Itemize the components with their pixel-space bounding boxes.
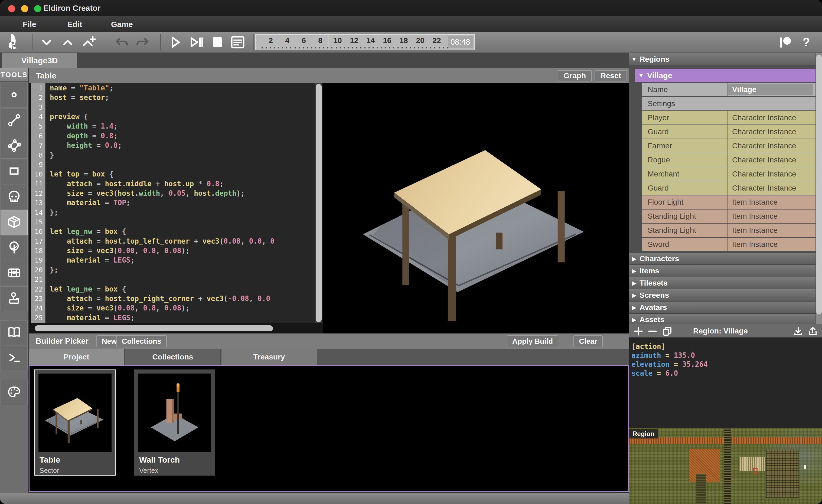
region-row-player[interactable]: PlayerCharacter Instance (642, 111, 816, 124)
collection-card-wall-torch[interactable]: Wall TorchVertex (134, 370, 215, 476)
code-token: . (181, 180, 185, 188)
minimize-window-button[interactable] (21, 5, 28, 12)
menu-item-edit[interactable]: Edit (64, 19, 86, 29)
book-tool-button[interactable] (1, 321, 28, 345)
step-icon[interactable] (187, 34, 205, 51)
patreon-icon[interactable] (777, 34, 794, 51)
apply-build-button[interactable]: Apply Build (507, 335, 558, 347)
code-token: + (190, 237, 202, 245)
expand-add-icon[interactable] (80, 34, 97, 51)
menu-item-file[interactable]: File (19, 19, 40, 29)
add-icon[interactable] (633, 325, 645, 337)
section-screens[interactable]: ▶Screens (629, 289, 816, 302)
expand-icon[interactable] (59, 34, 76, 51)
tab-treasury[interactable]: Treasury (222, 349, 317, 365)
section-label: Tilesets (640, 279, 668, 288)
code-token: width (67, 122, 88, 130)
region-action-editor[interactable]: [action]azimuth = 135.0elevation = 35.26… (629, 338, 822, 428)
code-line (46, 275, 315, 284)
stamp-tool-button[interactable] (1, 287, 28, 311)
code-token: let (50, 227, 67, 235)
code-line: size = vec3(host.width, 0.05, host.depth… (46, 189, 315, 198)
terminal-tool-button[interactable] (1, 346, 28, 371)
table-3d-render (323, 83, 629, 334)
chest-tool-button[interactable] (1, 261, 28, 286)
code-token: vec3 (96, 189, 113, 197)
section-tilesets[interactable]: ▶Tilesets (629, 277, 816, 290)
region-row-settings[interactable]: Settings (642, 97, 816, 110)
collections-button[interactable]: Collections (116, 335, 167, 347)
maximize-window-button[interactable] (34, 5, 41, 12)
chest-tool-icon (6, 265, 22, 282)
region-row-rogue[interactable]: RogueCharacter Instance (642, 153, 816, 167)
tree-tool-button[interactable] (1, 235, 28, 261)
undo-icon[interactable] (113, 34, 130, 51)
polygon-tool-button[interactable] (1, 134, 28, 159)
collection-card-table[interactable]: TableSector (34, 370, 116, 476)
menu-item-game[interactable]: Game (107, 19, 137, 29)
row-label: Guard (642, 181, 728, 195)
clear-button[interactable]: Clear (573, 335, 603, 347)
region-row-guard[interactable]: GuardCharacter Instance (642, 181, 816, 195)
code-token (50, 141, 67, 149)
region-row-name[interactable]: NameVillage (642, 83, 816, 96)
region-name-input[interactable]: Village (728, 84, 813, 95)
vertex-tool-button[interactable] (1, 83, 28, 108)
section-items[interactable]: ▶Items (629, 265, 816, 278)
tab-project[interactable]: Project (29, 349, 124, 365)
line-number: 8 (31, 150, 45, 160)
region-row-standing-light[interactable]: Standing LightItem Instance (642, 209, 816, 223)
code-token: size (67, 304, 84, 312)
region-row-sword[interactable]: SwordItem Instance (642, 237, 816, 251)
graph-button[interactable]: Graph (558, 70, 592, 81)
code-token (50, 132, 67, 140)
ruler-number: 12 (350, 36, 358, 45)
horizontal-scrollbar[interactable] (31, 324, 322, 333)
code-token: 0.08 (164, 304, 181, 312)
line-number: 17 (31, 236, 45, 246)
line-tool-button[interactable] (1, 108, 28, 133)
reset-button[interactable]: Reset (594, 70, 627, 81)
region-row-floor-light[interactable]: Floor LightItem Instance (642, 195, 816, 209)
time-ruler[interactable]: 08:48 246810121416182022 (255, 34, 475, 50)
duplicate-icon[interactable] (661, 325, 673, 337)
export-icon[interactable] (807, 325, 819, 337)
code-token: = (67, 93, 80, 101)
remove-icon[interactable] (647, 325, 659, 337)
box-tool-button[interactable] (1, 210, 28, 235)
regions-scrollbar[interactable] (816, 53, 822, 324)
region-item-village[interactable]: ▼ Village (635, 69, 816, 82)
section-avatars[interactable]: ▶Avatars (629, 302, 816, 314)
console-icon[interactable] (229, 34, 247, 51)
code-token (50, 304, 67, 312)
region-row-merchant[interactable]: MerchantCharacter Instance (642, 167, 816, 181)
region-row-guard[interactable]: GuardCharacter Instance (642, 125, 816, 138)
vertical-scrollbar[interactable] (315, 83, 322, 323)
character-tool-button[interactable] (1, 184, 28, 209)
line-number: 20 (31, 265, 45, 275)
preview-3d-viewport[interactable] (323, 83, 629, 334)
tools-sidebar: TOOLS (0, 68, 29, 493)
rect-tool-button[interactable] (1, 159, 28, 184)
tab-collections[interactable]: Collections (125, 349, 221, 365)
code-token: up (185, 180, 194, 188)
section-characters[interactable]: ▶Characters (629, 253, 816, 265)
collapse-icon[interactable] (38, 34, 55, 51)
region-row-standing-light[interactable]: Standing LightItem Instance (642, 223, 816, 237)
redo-icon[interactable] (134, 34, 151, 51)
tab-village3d[interactable]: Village3D (2, 53, 77, 68)
region-minimap[interactable]: Region (629, 428, 822, 504)
code-token: sector (80, 93, 105, 101)
palette-tool-button[interactable] (1, 380, 28, 405)
play-icon[interactable] (166, 34, 183, 51)
code-editor[interactable]: name = "Table";host = sector;preview { w… (46, 83, 315, 323)
code-token: + (151, 180, 164, 188)
close-window-button[interactable] (8, 5, 15, 12)
logo-icon (4, 32, 21, 50)
help-icon[interactable]: ? (798, 34, 815, 51)
regions-section-header[interactable]: ▼ Regions (629, 53, 816, 66)
region-row-farmer[interactable]: FarmerCharacter Instance (642, 139, 816, 153)
stop-icon[interactable] (209, 34, 226, 51)
import-icon[interactable] (792, 325, 804, 337)
code-token: . (134, 189, 139, 197)
